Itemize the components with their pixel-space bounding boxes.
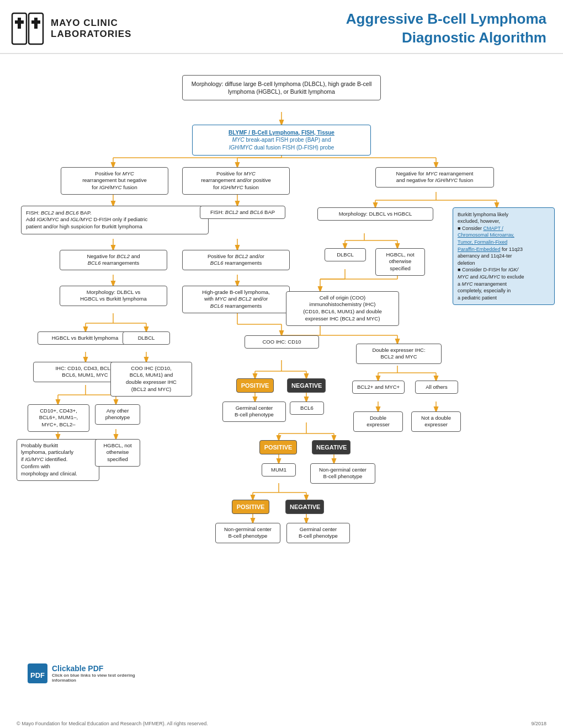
dlbcl-from-morph-box: DLBCL [325,248,366,262]
positive-1-button[interactable]: POSITIVE [236,378,274,393]
pos-bcl2-bcl6-box: Positive for BCL2 and/orBCL6 rearrangeme… [182,250,290,271]
mayo-clinic-logo-icon [11,12,44,45]
any-other-phenotype-box: Any otherphenotype [95,404,140,425]
germinal-center-1-box: Germinal centerB-cell phenotype [222,402,286,422]
svg-text:PDF: PDF [30,671,45,679]
bcl2-myc-pos-box: BCL2+ and MYC+ [352,381,405,394]
svg-rect-3 [15,20,24,24]
morph-dlbcl-hgbcl-box: Morphology: DLBCL vs HGBCL [317,207,433,221]
high-grade-bcell-box: High-grade B-cell lymphoma,with MYC and … [182,286,290,313]
page-title: Aggressive B-cell Lymphoma Diagnostic Al… [346,10,546,47]
pos-myc-neg-igh-box: Positive for MYCrearrangement but negati… [61,167,168,195]
non-germinal-center-2-box: Non-germinal centerB-cell phenotype [215,523,280,544]
coo-ihc-cd10-box: COO IHC: CD10 [245,335,319,349]
positive-3-button[interactable]: POSITIVE [232,500,269,515]
hgbcl-nos-box: HGBCL, nototherwise specified [375,248,425,276]
blymf-box[interactable]: BLYMF / B-Cell Lymphoma, FISH, Tissue MY… [192,125,371,156]
negative-2-button[interactable]: NEGATIVE [312,440,350,455]
svg-rect-5 [31,20,40,24]
page-footer: © Mayo Foundation for Medical Education … [0,716,563,728]
start-box: Morphology: diffuse large B-cell lymphom… [182,75,381,100]
coo-ihc-box: Cell of origin (COO)immunohistochemistry… [286,291,399,326]
all-others-box: All others [415,381,458,394]
neg-bcl2-bcl6-box: Negative for BCL2 andBCL6 rearrangements [60,250,167,271]
bcl6-box: BCL6 [290,402,324,415]
logo-text: MAYO CLINIC LABORATORIES [51,18,131,40]
not-double-expresser-box: Not a doubleexpresser [411,411,461,432]
probably-burkitt-box: Probably Burkittlymphoma, particularlyif… [17,439,99,481]
fish-right-box: FISH: BCL2 and BCL6 BAP [200,206,285,220]
copyright-text: © Mayo Foundation for Medical Education … [17,721,208,726]
footer-date: 9/2018 [531,721,546,726]
clickable-pdf-badge[interactable]: PDF Clickable PDF Click on blue links to… [28,663,563,683]
germinal-center-2-box: Germinal centerB-cell phenotype [286,523,350,544]
negative-3-button[interactable]: NEGATIVE [285,500,324,515]
neg-myc-box: Negative for MYC rearrangementand negati… [375,167,494,188]
negative-1-button[interactable]: NEGATIVE [287,378,326,393]
burkitt-excluded-box[interactable]: Burkitt lymphoma likelyexcluded, however… [453,207,555,306]
cd10-pos-box: CD10+, CD43+,BCL6+, MUM1–,MYC+, BCL2– [28,404,89,432]
mum1-box: MUM1 [262,463,296,477]
logo-area: MAYO CLINIC LABORATORIES [11,12,131,45]
dlbcl-right-box: DLBCL [123,331,170,345]
pos-myc-pos-igh-box: Positive for MYCrearrangement and/or pos… [182,167,290,195]
morph-dlbcl-hgbcl-burkitt-box: Morphology: DLBCL vsHGBCL vs Burkitt lym… [60,286,167,307]
clickable-pdf-icon: PDF [28,663,47,683]
non-germinal-center-1-box: Non-germinal centerB-cell phenotype [310,463,375,484]
algorithm-diagram: Morphology: diffuse large B-cell lymphom… [0,54,563,688]
positive-2-button[interactable]: POSITIVE [259,440,297,455]
hgbcl-burkitt-box: HGBCL vs Burkitt lymphoma [38,331,132,345]
double-expresser-ihc-box: Double expresser IHC:BCL2 and MYC [356,344,442,365]
double-expresser-box: Double expresser [353,411,403,432]
coo-ihc-cd10-bcl6-box: COO IHC (CD10,BCL6, MUM1) anddouble expr… [110,362,192,397]
page-header: MAYO CLINIC LABORATORIES Aggressive B-ce… [0,0,563,54]
fish-left-box: FISH: BCL2 and BCL6 BAP. Add IGK/MYC and… [21,206,209,234]
hgbcl-nos2-box: HGBCL, nototherwisespecified [95,439,140,467]
